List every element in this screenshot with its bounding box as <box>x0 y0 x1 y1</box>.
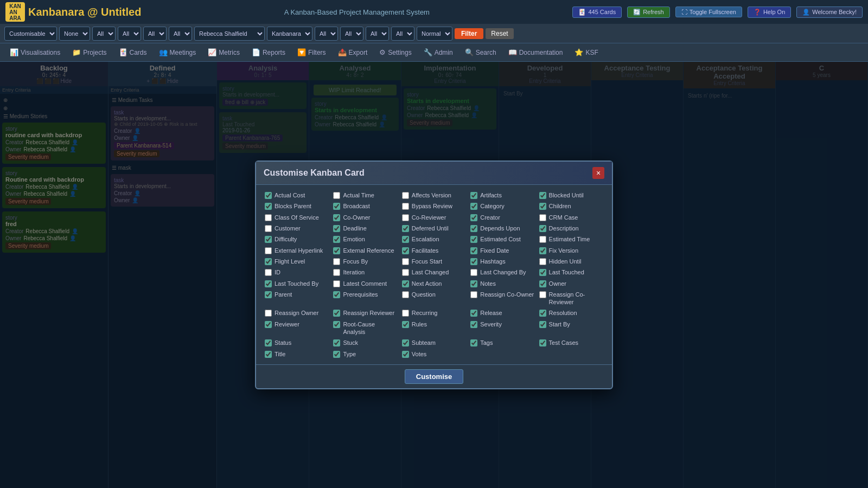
checkbox-question[interactable] <box>402 291 409 298</box>
nav-reports[interactable]: 📄Reports <box>246 46 291 59</box>
checkbox-co-reviewer[interactable] <box>402 214 409 221</box>
customisable-filter[interactable]: Customisable <box>4 27 57 41</box>
checkbox-reassign-reviewer[interactable] <box>333 310 340 317</box>
checkbox-blocked-until[interactable] <box>539 192 546 199</box>
normal-filter[interactable]: Normal <box>417 27 452 41</box>
checkbox-estimated-time[interactable] <box>539 236 546 243</box>
checkbox-next-action[interactable] <box>402 280 409 287</box>
checkbox-hidden-until[interactable] <box>539 258 546 265</box>
checkbox-creator[interactable] <box>470 214 477 221</box>
checkbox-notes[interactable] <box>470 280 477 287</box>
checkbox-test-cases[interactable] <box>539 339 546 346</box>
checkbox-fixed-date[interactable] <box>470 247 477 254</box>
nav-settings[interactable]: ⚙Settings <box>374 46 417 59</box>
checkbox-affects-version[interactable] <box>402 192 409 199</box>
refresh-button[interactable]: 🔄 Refresh <box>627 7 670 18</box>
checkbox-estimated-cost[interactable] <box>470 236 477 243</box>
checkbox-focus-by[interactable] <box>333 258 340 265</box>
checkbox-co-owner[interactable] <box>333 214 340 221</box>
checkbox-subteam[interactable] <box>402 339 409 346</box>
checkbox-actual-time[interactable] <box>333 192 340 199</box>
checkbox-start-by[interactable] <box>539 321 546 328</box>
nav-ksf[interactable]: ⭐KSF <box>569 46 603 59</box>
fullscreen-button[interactable]: ⛶ Toggle Fullscreen <box>675 7 742 17</box>
checkbox-title[interactable] <box>265 351 272 358</box>
checkbox-actual-cost[interactable] <box>265 192 272 199</box>
checkbox-children[interactable] <box>539 203 546 210</box>
checkbox-escalation[interactable] <box>402 236 409 243</box>
checkbox-broadcast[interactable] <box>333 203 340 210</box>
checkbox-id[interactable] <box>265 269 272 276</box>
user-filter[interactable]: Rebecca Shalfield <box>194 27 265 41</box>
all-filter-2[interactable]: All <box>118 27 141 41</box>
welcome-button[interactable]: 👤 Welcome Becky! <box>796 7 863 18</box>
checkbox-votes[interactable] <box>402 351 409 358</box>
all-filter-8[interactable]: All <box>391 27 414 41</box>
checkbox-artifacts[interactable] <box>470 192 477 199</box>
checkbox-reassign-co-reviewer[interactable] <box>539 291 546 298</box>
checkbox-customer[interactable] <box>265 225 272 232</box>
checkbox-emotion[interactable] <box>333 236 340 243</box>
filter-button[interactable]: Filter <box>455 28 483 39</box>
checkbox-last-touched[interactable] <box>539 269 546 276</box>
project-filter[interactable]: Kanbanara <box>267 27 312 41</box>
nav-cards[interactable]: 🃏Cards <box>113 46 152 59</box>
all-filter-3[interactable]: All <box>143 27 167 41</box>
checkbox-owner[interactable] <box>539 280 546 287</box>
checkbox-focus-start[interactable] <box>402 258 409 265</box>
checkbox-recurring[interactable] <box>402 310 409 317</box>
all-filter-7[interactable]: All <box>366 27 389 41</box>
checkbox-difficulty[interactable] <box>265 236 272 243</box>
checkbox-rules[interactable] <box>402 321 409 328</box>
nav-search[interactable]: 🔍Search <box>459 46 502 59</box>
checkbox-tags[interactable] <box>470 339 477 346</box>
checkbox-latest-comment[interactable] <box>333 280 340 287</box>
checkbox-facilitates[interactable] <box>402 247 409 254</box>
checkbox-category[interactable] <box>470 203 477 210</box>
all-filter-5[interactable]: All <box>315 27 338 41</box>
checkbox-type[interactable] <box>333 351 340 358</box>
checkbox-hashtags[interactable] <box>470 258 477 265</box>
checkbox-last-changed[interactable] <box>402 269 409 276</box>
nav-visualisations[interactable]: 📊Visualisations <box>4 46 66 59</box>
all-filter-1[interactable]: All <box>92 27 116 41</box>
all-filter-4[interactable]: All <box>169 27 192 41</box>
nav-filters[interactable]: 🔽Filters <box>292 46 331 59</box>
checkbox-crm-case[interactable] <box>539 214 546 221</box>
checkbox-status[interactable] <box>265 339 272 346</box>
checkbox-fix-version[interactable] <box>539 247 546 254</box>
checkbox-deadline[interactable] <box>333 225 340 232</box>
checkbox-reviewer[interactable] <box>265 321 272 328</box>
cards-button[interactable]: 🃏 445 Cards <box>572 7 622 18</box>
nav-metrics[interactable]: 📈Metrics <box>202 46 245 59</box>
reset-button[interactable]: Reset <box>486 28 513 39</box>
checkbox-blocks-parent[interactable] <box>265 203 272 210</box>
checkbox-flight-level[interactable] <box>265 258 272 265</box>
checkbox-reassign-co-owner[interactable] <box>470 291 477 298</box>
checkbox-external-hyperlink[interactable] <box>265 247 272 254</box>
checkbox-root-cause-analysis[interactable] <box>333 321 340 328</box>
checkbox-last-changed-by[interactable] <box>470 269 477 276</box>
checkbox-deferred-until[interactable] <box>402 225 409 232</box>
customise-button[interactable]: Customise <box>405 369 463 384</box>
checkbox-bypass-review[interactable] <box>402 203 409 210</box>
checkbox-stuck[interactable] <box>333 339 340 346</box>
all-filter-6[interactable]: All <box>340 27 363 41</box>
checkbox-prerequisites[interactable] <box>333 291 340 298</box>
nav-export[interactable]: 📤Export <box>333 46 373 59</box>
checkbox-description[interactable] <box>539 225 546 232</box>
checkbox-resolution[interactable] <box>539 310 546 317</box>
modal-close-button[interactable]: × <box>592 167 604 179</box>
checkbox-severity[interactable] <box>470 321 477 328</box>
checkbox-depends-upon[interactable] <box>470 225 477 232</box>
checkbox-class-of-service[interactable] <box>265 214 272 221</box>
nav-documentation[interactable]: 📖Documentation <box>503 46 569 59</box>
checkbox-iteration[interactable] <box>333 269 340 276</box>
checkbox-external-reference[interactable] <box>333 247 340 254</box>
help-button[interactable]: ❓ Help On <box>748 7 791 18</box>
nav-admin[interactable]: 🔧Admin <box>418 46 458 59</box>
checkbox-reassign-owner[interactable] <box>265 310 272 317</box>
checkbox-parent[interactable] <box>265 291 272 298</box>
checkbox-last-touched-by[interactable] <box>265 280 272 287</box>
nav-meetings[interactable]: 👥Meetings <box>154 46 202 59</box>
